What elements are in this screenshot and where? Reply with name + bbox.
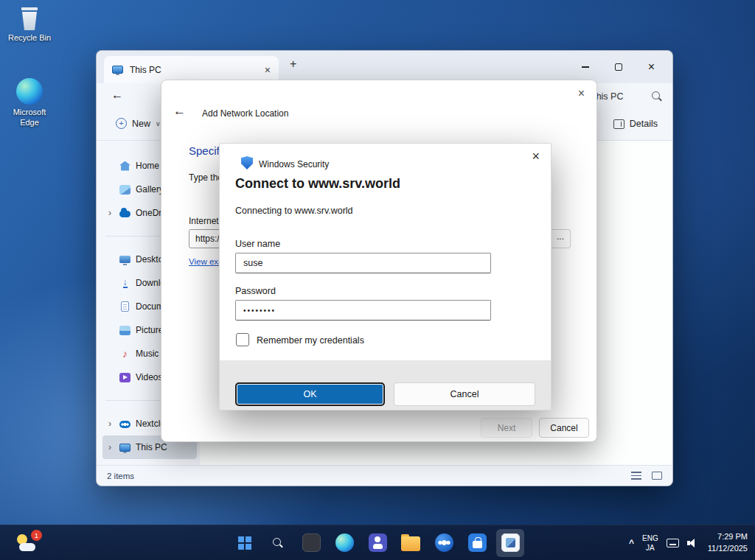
dialog-close-icon[interactable]: × xyxy=(578,88,585,99)
password-label: Password xyxy=(235,286,276,296)
chevron-right-icon[interactable]: › xyxy=(105,419,114,429)
password-field[interactable] xyxy=(235,300,491,321)
onedrive-icon xyxy=(119,209,131,217)
store-icon xyxy=(468,533,487,552)
search-icon xyxy=(272,537,284,549)
start-button[interactable] xyxy=(231,529,259,557)
new-button-label: New xyxy=(132,119,150,129)
username-label: User name xyxy=(235,239,280,249)
security-dialog-title: Windows Security xyxy=(259,159,329,169)
recycle-bin-label: Recycle Bin xyxy=(3,33,56,43)
username-field[interactable] xyxy=(235,253,491,273)
edge-icon xyxy=(335,533,354,552)
wizard-back-button[interactable]: ← xyxy=(173,105,186,117)
language-primary: ENG xyxy=(642,533,658,543)
details-button-label: Details xyxy=(630,119,658,129)
gallery-icon xyxy=(119,185,131,195)
search-icon[interactable] xyxy=(651,91,663,102)
details-pane-icon xyxy=(613,119,624,129)
sidebar-item-label: Music xyxy=(136,349,159,359)
remember-label[interactable]: Remember my credentials xyxy=(257,335,364,346)
desktop-folder-icon xyxy=(119,256,131,263)
edge-icon xyxy=(16,78,43,105)
maximize-icon xyxy=(615,63,622,71)
browse-button[interactable]: ... xyxy=(550,229,571,248)
tab-strip: This PC × + × xyxy=(97,51,672,83)
close-button[interactable]: × xyxy=(635,51,668,83)
maximize-button[interactable] xyxy=(602,51,635,83)
file-explorer-button[interactable] xyxy=(397,529,425,557)
sidebar-item-label: Home xyxy=(136,161,159,171)
this-pc-icon xyxy=(119,444,131,452)
terminal-icon xyxy=(302,533,321,552)
teams-button[interactable] xyxy=(363,529,392,557)
windows-logo-icon xyxy=(238,536,251,550)
details-button[interactable]: Details xyxy=(613,119,658,129)
volume-icon[interactable] xyxy=(687,538,700,547)
new-tab-button[interactable]: + xyxy=(290,57,296,71)
store-button[interactable] xyxy=(463,529,491,557)
taskbar: 1 ^ ENG JA 7:29 PM 11/12/2025 xyxy=(0,525,755,560)
edge-button[interactable] xyxy=(330,529,358,557)
minimize-button[interactable] xyxy=(568,51,602,83)
chevron-right-icon[interactable]: › xyxy=(105,442,114,452)
next-button[interactable]: Next xyxy=(481,418,532,438)
touch-keyboard-icon[interactable] xyxy=(667,539,679,547)
security-subheading: Connecting to www.srv.world xyxy=(235,206,353,216)
recycle-bin-shortcut[interactable]: Recycle Bin xyxy=(3,7,56,43)
nextcloud-icon xyxy=(119,420,131,428)
nextcloud-icon xyxy=(435,533,453,552)
desktop: Recycle Bin Microsoft Edge This PC × + ×… xyxy=(0,0,755,560)
list-view-icon[interactable] xyxy=(631,472,641,480)
tab-close-icon[interactable]: × xyxy=(265,65,271,75)
active-app-button[interactable] xyxy=(496,529,524,557)
recycle-bin-icon xyxy=(20,7,39,31)
tab-title: This PC xyxy=(130,65,161,75)
nextcloud-button[interactable] xyxy=(430,529,458,557)
taskbar-search-button[interactable] xyxy=(264,529,292,557)
downloads-icon: ↓ xyxy=(119,278,131,288)
pictures-icon xyxy=(119,326,131,335)
wizard-cancel-button[interactable]: Cancel xyxy=(539,418,589,438)
sidebar-item-label: Videos xyxy=(136,372,162,382)
this-pc-icon xyxy=(112,66,123,74)
active-app-icon xyxy=(501,533,520,552)
tray-time: 7:29 PM xyxy=(708,531,748,542)
security-close-icon[interactable]: × xyxy=(532,150,540,163)
large-icons-view-icon[interactable] xyxy=(652,472,662,480)
taskbar-apps xyxy=(231,525,524,560)
wizard-title: Add Network Location xyxy=(202,108,288,119)
tray-date: 11/12/2025 xyxy=(708,543,748,554)
back-button[interactable]: ← xyxy=(111,89,123,101)
notification-badge: 1 xyxy=(31,530,42,541)
remember-checkbox[interactable] xyxy=(236,333,249,346)
terminal-button[interactable] xyxy=(297,529,325,557)
sidebar-item-label: Gallery xyxy=(136,184,164,195)
language-secondary: JA xyxy=(642,543,658,553)
plus-icon: + xyxy=(116,118,127,129)
clock[interactable]: 7:29 PM 11/12/2025 xyxy=(708,531,748,554)
edge-label: Microsoft Edge xyxy=(3,108,56,128)
minimize-icon xyxy=(582,66,589,67)
folder-icon xyxy=(401,536,420,551)
chevron-down-icon: ∨ xyxy=(156,120,161,127)
windows-security-dialog: Windows Security × Connect to www.srv.wo… xyxy=(219,143,552,410)
items-count: 2 items xyxy=(107,472,134,480)
shield-icon xyxy=(241,156,253,169)
ok-button[interactable]: OK xyxy=(235,382,385,406)
tray-chevron-up-icon[interactable]: ^ xyxy=(629,538,634,548)
security-cancel-button[interactable]: Cancel xyxy=(394,382,535,406)
system-tray: ^ ENG JA 7:29 PM 11/12/2025 xyxy=(629,525,748,560)
close-icon: × xyxy=(648,61,655,73)
language-switcher[interactable]: ENG JA xyxy=(642,533,658,553)
chevron-right-icon[interactable]: › xyxy=(105,208,114,218)
widgets-button[interactable]: 1 xyxy=(16,534,36,552)
home-icon xyxy=(119,161,131,171)
window-controls: × xyxy=(568,51,668,83)
teams-icon xyxy=(369,533,387,552)
status-bar: 2 items xyxy=(97,465,672,486)
new-button[interactable]: + New ∨ xyxy=(116,118,161,129)
edge-shortcut[interactable]: Microsoft Edge xyxy=(3,78,56,128)
documents-icon xyxy=(119,301,131,312)
videos-icon xyxy=(119,373,131,382)
